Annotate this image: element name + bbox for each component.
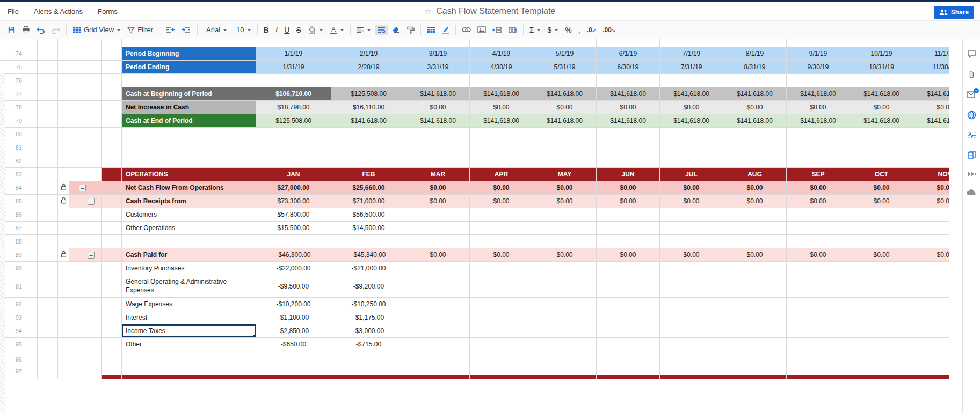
month-cell[interactable]: $0.00 <box>850 181 913 194</box>
month-cell[interactable] <box>533 375 597 379</box>
month-cell[interactable] <box>331 235 406 248</box>
month-cell[interactable] <box>850 262 913 275</box>
collapse-button[interactable]: – <box>88 198 95 205</box>
month-cell[interactable]: $0.00 <box>913 195 949 208</box>
month-cell[interactable]: FEB <box>331 168 406 181</box>
month-cell[interactable] <box>723 311 787 324</box>
month-cell[interactable] <box>597 298 660 311</box>
month-cell[interactable] <box>256 351 331 367</box>
month-cell[interactable] <box>723 275 787 297</box>
attachments-icon[interactable] <box>969 70 975 79</box>
month-cell[interactable]: 2/28/19 <box>331 61 406 73</box>
month-cell[interactable] <box>533 141 597 154</box>
month-cell[interactable] <box>850 298 913 311</box>
month-cell[interactable]: $141,618.00 <box>723 114 787 127</box>
month-cell[interactable] <box>331 74 406 87</box>
month-cell[interactable]: 4/30/19 <box>470 61 533 73</box>
comment-cell[interactable] <box>48 311 58 324</box>
month-cell[interactable]: $0.00 <box>723 181 787 194</box>
activity-log-icon[interactable] <box>967 131 976 139</box>
month-cell[interactable]: -$46,300.00 <box>256 248 331 261</box>
description-cell[interactable]: Net Cash Flow From Operations <box>122 181 256 194</box>
month-cell[interactable]: $0.00 <box>787 101 850 114</box>
month-cell[interactable] <box>660 338 723 351</box>
attachment-cell[interactable] <box>38 298 48 311</box>
bold-button[interactable]: B <box>261 25 272 35</box>
month-cell[interactable] <box>723 298 787 311</box>
month-cell[interactable]: $0.00 <box>723 101 787 114</box>
month-cell[interactable]: $0.00 <box>597 181 660 194</box>
month-cell[interactable]: $0.00 <box>850 195 913 208</box>
description-cell[interactable]: Period Beginning <box>122 47 256 60</box>
month-cell[interactable] <box>787 298 850 311</box>
month-cell[interactable] <box>660 222 723 234</box>
month-cell[interactable]: $141,618.00 <box>406 87 470 100</box>
month-cell[interactable]: $141,618.00 <box>660 87 723 100</box>
month-cell[interactable]: -$2,850.00 <box>256 324 331 337</box>
comment-cell[interactable] <box>48 39 58 47</box>
clear-format-button[interactable] <box>389 25 403 35</box>
month-cell[interactable]: -$10,250.00 <box>331 298 406 311</box>
month-cell[interactable] <box>787 222 850 234</box>
attachment-cell[interactable] <box>38 275 48 297</box>
month-cell[interactable] <box>913 154 949 167</box>
month-cell[interactable]: $0.00 <box>913 181 949 194</box>
month-cell[interactable] <box>331 375 406 379</box>
description-cell[interactable] <box>122 39 256 47</box>
description-cell[interactable]: Other Operations <box>122 222 256 234</box>
month-cell[interactable] <box>533 208 597 221</box>
month-cell[interactable] <box>533 324 597 337</box>
month-cell[interactable]: 3/31/19 <box>406 61 470 73</box>
fill-color-button[interactable] <box>305 24 326 35</box>
month-cell[interactable]: 10/31/19 <box>850 61 913 73</box>
month-cell[interactable] <box>597 74 660 87</box>
month-cell[interactable] <box>470 324 533 337</box>
row-number[interactable]: 75 <box>0 61 25 73</box>
month-cell[interactable] <box>470 367 533 375</box>
month-cell[interactable] <box>406 128 470 141</box>
month-cell[interactable] <box>660 324 723 337</box>
month-cell[interactable]: $0.00 <box>660 181 723 194</box>
month-cell[interactable]: $141,618.00 <box>406 114 470 127</box>
month-cell[interactable]: 10/1/19 <box>850 47 913 60</box>
comment-cell[interactable] <box>48 351 58 367</box>
month-cell[interactable]: $73,300.00 <box>256 195 331 208</box>
month-cell[interactable] <box>913 311 949 324</box>
month-cell[interactable] <box>787 208 850 221</box>
attachment-cell[interactable] <box>38 338 48 351</box>
description-cell[interactable]: Interest <box>122 311 256 324</box>
month-cell[interactable]: $56,500.00 <box>331 208 406 221</box>
comment-cell[interactable] <box>48 114 58 127</box>
description-cell[interactable]: Net Increase in Cash <box>122 101 256 114</box>
month-cell[interactable] <box>597 275 660 297</box>
month-cell[interactable]: $0.00 <box>597 195 660 208</box>
comment-cell[interactable] <box>48 61 58 73</box>
month-cell[interactable] <box>406 222 470 234</box>
comment-cell[interactable] <box>48 181 58 194</box>
month-cell[interactable] <box>787 275 850 297</box>
month-cell[interactable] <box>660 235 723 248</box>
month-cell[interactable] <box>723 208 787 221</box>
month-cell[interactable] <box>787 235 850 248</box>
update-requests-icon[interactable] <box>967 171 976 178</box>
month-cell[interactable]: $141,618.00 <box>660 114 723 127</box>
month-cell[interactable] <box>406 324 470 337</box>
month-cell[interactable]: $0.00 <box>913 248 949 261</box>
month-cell[interactable]: $141,618.00 <box>913 114 949 127</box>
row-number[interactable] <box>0 39 25 47</box>
month-cell[interactable] <box>850 222 913 234</box>
month-cell[interactable] <box>470 154 533 167</box>
month-cell[interactable] <box>533 222 597 234</box>
month-cell[interactable]: 8/1/19 <box>723 47 787 60</box>
month-cell[interactable]: 5/31/19 <box>533 61 597 73</box>
month-cell[interactable]: $0.00 <box>406 195 470 208</box>
thousands-button[interactable]: , <box>576 25 583 35</box>
connections-icon[interactable] <box>967 189 976 196</box>
month-cell[interactable] <box>850 74 913 87</box>
month-cell[interactable]: JUL <box>660 168 723 181</box>
text-color-button[interactable]: A <box>327 24 347 35</box>
month-cell[interactable] <box>723 222 787 234</box>
month-cell[interactable] <box>913 351 949 367</box>
attachment-cell[interactable] <box>38 141 48 154</box>
month-cell[interactable] <box>256 128 331 141</box>
